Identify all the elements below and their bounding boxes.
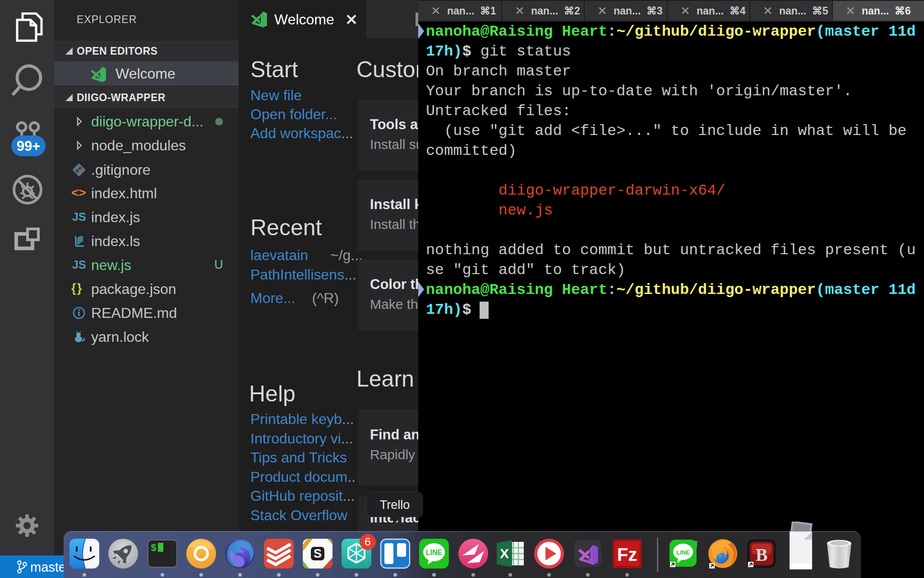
svg-text:Fz: Fz [617,545,637,564]
svg-text:S: S [314,547,322,560]
svg-text:LINE: LINE [676,549,690,556]
svg-text:99+: 99+ [17,138,41,154]
svg-text:LINE: LINE [426,549,443,556]
svg-text:X: X [500,546,509,561]
svg-text:$: $ [151,543,157,554]
svg-text:B: B [756,545,768,565]
